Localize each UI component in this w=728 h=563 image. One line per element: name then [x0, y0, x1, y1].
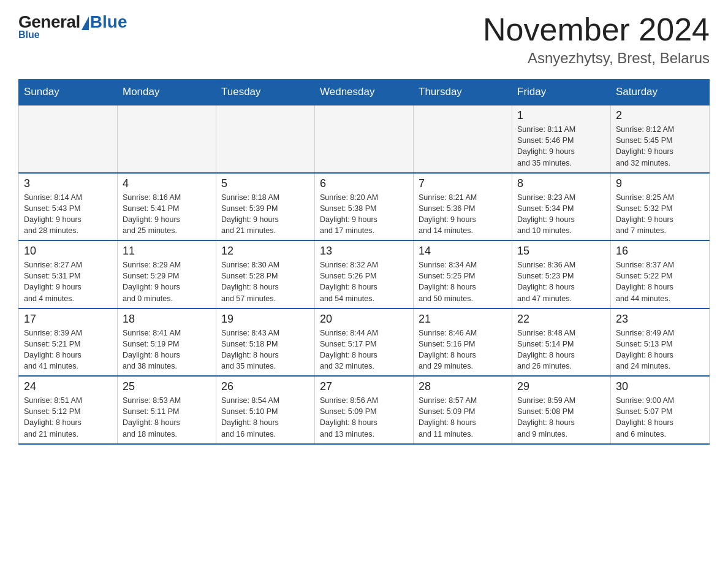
day-number: 7 [419, 177, 507, 190]
logo: General Blue Blue [18, 12, 127, 40]
day-number: 29 [517, 380, 605, 393]
day-number: 17 [24, 313, 112, 326]
calendar-cell: 10Sunrise: 8:27 AMSunset: 5:31 PMDayligh… [19, 240, 118, 308]
calendar-cell: 28Sunrise: 8:57 AMSunset: 5:09 PMDayligh… [414, 376, 512, 444]
day-number: 1 [517, 109, 605, 122]
day-info: Sunrise: 8:54 AMSunset: 5:10 PMDaylight:… [221, 395, 309, 440]
day-number: 3 [24, 177, 112, 190]
day-info: Sunrise: 8:37 AMSunset: 5:22 PMDaylight:… [616, 259, 704, 304]
calendar-cell [118, 105, 216, 173]
day-number: 16 [616, 245, 704, 258]
calendar-cell: 9Sunrise: 8:25 AMSunset: 5:32 PMDaylight… [611, 173, 710, 241]
day-info: Sunrise: 8:20 AMSunset: 5:38 PMDaylight:… [320, 192, 408, 237]
calendar-cell: 7Sunrise: 8:21 AMSunset: 5:36 PMDaylight… [414, 173, 512, 241]
day-info: Sunrise: 8:59 AMSunset: 5:08 PMDaylight:… [517, 395, 605, 440]
day-number: 30 [616, 380, 704, 393]
weekday-header-tuesday: Tuesday [216, 80, 315, 105]
weekday-header-row: SundayMondayTuesdayWednesdayThursdayFrid… [19, 80, 710, 105]
calendar-cell: 12Sunrise: 8:30 AMSunset: 5:28 PMDayligh… [216, 240, 315, 308]
day-info: Sunrise: 8:11 AMSunset: 5:46 PMDaylight:… [517, 124, 605, 169]
day-number: 14 [419, 245, 507, 258]
week-row-2: 3Sunrise: 8:14 AMSunset: 5:43 PMDaylight… [19, 173, 710, 241]
calendar-cell: 24Sunrise: 8:51 AMSunset: 5:12 PMDayligh… [19, 376, 118, 444]
day-number: 25 [123, 380, 211, 393]
calendar-cell: 16Sunrise: 8:37 AMSunset: 5:22 PMDayligh… [611, 240, 710, 308]
day-info: Sunrise: 8:23 AMSunset: 5:34 PMDaylight:… [517, 192, 605, 237]
logo-underline: Blue [18, 29, 40, 40]
day-number: 26 [221, 380, 309, 393]
calendar-cell: 26Sunrise: 8:54 AMSunset: 5:10 PMDayligh… [216, 376, 315, 444]
calendar-cell [19, 105, 118, 173]
day-info: Sunrise: 8:36 AMSunset: 5:23 PMDaylight:… [517, 259, 605, 304]
day-info: Sunrise: 8:30 AMSunset: 5:28 PMDaylight:… [221, 259, 309, 304]
day-info: Sunrise: 8:14 AMSunset: 5:43 PMDaylight:… [24, 192, 112, 237]
day-number: 11 [123, 245, 211, 258]
calendar-table: SundayMondayTuesdayWednesdayThursdayFrid… [18, 79, 710, 445]
calendar-cell: 25Sunrise: 8:53 AMSunset: 5:11 PMDayligh… [118, 376, 216, 444]
day-info: Sunrise: 8:46 AMSunset: 5:16 PMDaylight:… [419, 327, 507, 372]
day-info: Sunrise: 8:53 AMSunset: 5:11 PMDaylight:… [123, 395, 211, 440]
calendar-cell: 11Sunrise: 8:29 AMSunset: 5:29 PMDayligh… [118, 240, 216, 308]
day-info: Sunrise: 8:51 AMSunset: 5:12 PMDaylight:… [24, 395, 112, 440]
week-row-3: 10Sunrise: 8:27 AMSunset: 5:31 PMDayligh… [19, 240, 710, 308]
day-number: 15 [517, 245, 605, 258]
day-info: Sunrise: 8:32 AMSunset: 5:26 PMDaylight:… [320, 259, 408, 304]
title-block: November 2024 Asnyezhytsy, Brest, Belaru… [483, 12, 710, 67]
logo-triangle-icon [82, 17, 89, 30]
calendar-cell: 27Sunrise: 8:56 AMSunset: 5:09 PMDayligh… [315, 376, 414, 444]
day-info: Sunrise: 8:56 AMSunset: 5:09 PMDaylight:… [320, 395, 408, 440]
calendar-cell: 23Sunrise: 8:49 AMSunset: 5:13 PMDayligh… [611, 308, 710, 377]
calendar-cell: 6Sunrise: 8:20 AMSunset: 5:38 PMDaylight… [315, 173, 414, 241]
week-row-1: 1Sunrise: 8:11 AMSunset: 5:46 PMDaylight… [19, 105, 710, 173]
calendar-cell: 19Sunrise: 8:43 AMSunset: 5:18 PMDayligh… [216, 308, 315, 377]
day-info: Sunrise: 8:43 AMSunset: 5:18 PMDaylight:… [221, 327, 309, 372]
calendar-cell: 2Sunrise: 8:12 AMSunset: 5:45 PMDaylight… [611, 105, 710, 173]
day-info: Sunrise: 8:39 AMSunset: 5:21 PMDaylight:… [24, 327, 112, 372]
day-number: 2 [616, 109, 704, 122]
calendar-cell [315, 105, 414, 173]
day-info: Sunrise: 8:34 AMSunset: 5:25 PMDaylight:… [419, 259, 507, 304]
day-info: Sunrise: 8:21 AMSunset: 5:36 PMDaylight:… [419, 192, 507, 237]
calendar-cell: 30Sunrise: 9:00 AMSunset: 5:07 PMDayligh… [611, 376, 710, 444]
day-number: 18 [123, 313, 211, 326]
day-number: 23 [616, 313, 704, 326]
calendar-cell: 29Sunrise: 8:59 AMSunset: 5:08 PMDayligh… [512, 376, 611, 444]
day-number: 24 [24, 380, 112, 393]
calendar-cell: 18Sunrise: 8:41 AMSunset: 5:19 PMDayligh… [118, 308, 216, 377]
calendar-cell: 14Sunrise: 8:34 AMSunset: 5:25 PMDayligh… [414, 240, 512, 308]
day-number: 27 [320, 380, 408, 393]
day-info: Sunrise: 8:16 AMSunset: 5:41 PMDaylight:… [123, 192, 211, 237]
calendar-cell: 20Sunrise: 8:44 AMSunset: 5:17 PMDayligh… [315, 308, 414, 377]
day-number: 19 [221, 313, 309, 326]
day-number: 28 [419, 380, 507, 393]
calendar-cell [216, 105, 315, 173]
day-info: Sunrise: 8:12 AMSunset: 5:45 PMDaylight:… [616, 124, 704, 169]
day-info: Sunrise: 8:49 AMSunset: 5:13 PMDaylight:… [616, 327, 704, 372]
week-row-5: 24Sunrise: 8:51 AMSunset: 5:12 PMDayligh… [19, 376, 710, 444]
main-title: November 2024 [483, 12, 710, 47]
day-number: 6 [320, 177, 408, 190]
calendar-cell: 22Sunrise: 8:48 AMSunset: 5:14 PMDayligh… [512, 308, 611, 377]
weekday-header-friday: Friday [512, 80, 611, 105]
calendar-cell: 1Sunrise: 8:11 AMSunset: 5:46 PMDaylight… [512, 105, 611, 173]
weekday-header-saturday: Saturday [611, 80, 710, 105]
calendar-cell: 4Sunrise: 8:16 AMSunset: 5:41 PMDaylight… [118, 173, 216, 241]
day-info: Sunrise: 8:48 AMSunset: 5:14 PMDaylight:… [517, 327, 605, 372]
page-header: General Blue Blue November 2024 Asnyezhy… [18, 12, 710, 67]
weekday-header-wednesday: Wednesday [315, 80, 414, 105]
logo-blue-text: Blue [90, 12, 127, 32]
day-info: Sunrise: 8:27 AMSunset: 5:31 PMDaylight:… [24, 259, 112, 304]
day-info: Sunrise: 9:00 AMSunset: 5:07 PMDaylight:… [616, 395, 704, 440]
calendar-cell: 3Sunrise: 8:14 AMSunset: 5:43 PMDaylight… [19, 173, 118, 241]
day-number: 13 [320, 245, 408, 258]
calendar-cell: 21Sunrise: 8:46 AMSunset: 5:16 PMDayligh… [414, 308, 512, 377]
calendar-cell: 13Sunrise: 8:32 AMSunset: 5:26 PMDayligh… [315, 240, 414, 308]
calendar-cell [414, 105, 512, 173]
calendar-cell: 8Sunrise: 8:23 AMSunset: 5:34 PMDaylight… [512, 173, 611, 241]
day-number: 9 [616, 177, 704, 190]
week-row-4: 17Sunrise: 8:39 AMSunset: 5:21 PMDayligh… [19, 308, 710, 377]
day-number: 10 [24, 245, 112, 258]
day-info: Sunrise: 8:57 AMSunset: 5:09 PMDaylight:… [419, 395, 507, 440]
day-number: 8 [517, 177, 605, 190]
subtitle: Asnyezhytsy, Brest, Belarus [483, 50, 710, 67]
